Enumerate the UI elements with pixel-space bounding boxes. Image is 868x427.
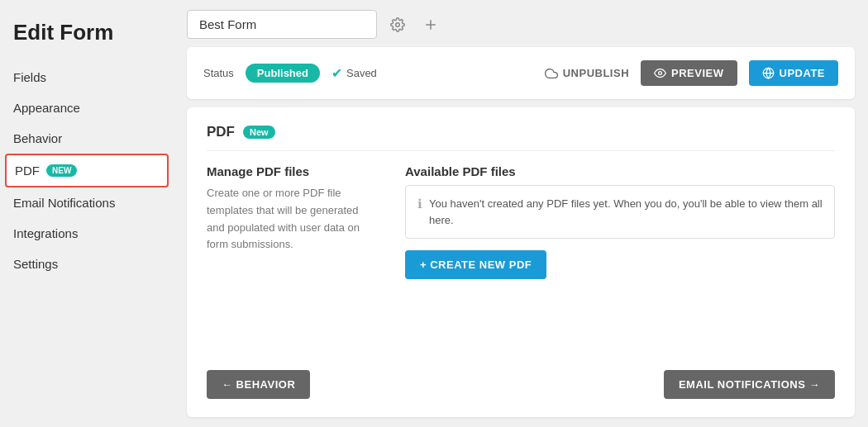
- sidebar-item-fields[interactable]: Fields: [0, 62, 174, 93]
- sidebar-item-appearance[interactable]: Appearance: [0, 93, 174, 123]
- preview-label: PREVIEW: [671, 67, 723, 79]
- sidebar-item-pdf[interactable]: PDF New: [5, 154, 169, 187]
- sidebar-item-label: Fields: [13, 70, 46, 84]
- plus-icon: [423, 17, 438, 32]
- unpublish-label: UNPUBLISH: [563, 67, 629, 79]
- page-title: Edit Form: [0, 13, 174, 62]
- sidebar-item-label: Behavior: [13, 131, 62, 145]
- top-bar: [187, 10, 855, 39]
- saved-indicator: ✔ Saved: [331, 65, 377, 81]
- sidebar-item-label: Appearance: [13, 101, 80, 115]
- status-label: Status: [203, 67, 234, 79]
- pdf-body: Manage PDF files Create one or more PDF …: [207, 164, 835, 352]
- form-name-input[interactable]: [187, 10, 377, 39]
- pdf-section-card: PDF New Manage PDF files Create one or m…: [187, 107, 855, 417]
- globe-icon: [762, 67, 775, 79]
- new-badge: New: [46, 164, 77, 177]
- svg-point-3: [659, 72, 662, 75]
- main-content: Status Published ✔ Saved UNPUBLISH PREVI…: [174, 0, 868, 427]
- sidebar-item-email-notifications[interactable]: Email Notifications: [0, 187, 174, 218]
- footer-nav: ← BEHAVIOR EMAIL NOTIFICATIONS →: [207, 365, 835, 401]
- gear-icon: [390, 17, 405, 32]
- sidebar-item-integrations[interactable]: Integrations: [0, 218, 174, 249]
- svg-point-0: [396, 22, 400, 26]
- preview-button[interactable]: PREVIEW: [641, 60, 737, 86]
- no-pdf-info-text: You haven't created any PDF files yet. W…: [429, 196, 823, 228]
- available-pdf-section: Available PDF files ℹ You haven't create…: [405, 164, 835, 352]
- update-label: UPDATE: [780, 67, 825, 79]
- manage-pdf-section: Manage PDF files Create one or more PDF …: [207, 164, 372, 352]
- status-bar-card: Status Published ✔ Saved UNPUBLISH PREVI…: [187, 47, 855, 99]
- status-bar: Status Published ✔ Saved UNPUBLISH PREVI…: [203, 60, 838, 86]
- add-tab-btn[interactable]: [418, 14, 443, 36]
- cloud-icon: [545, 67, 558, 80]
- pdf-title: PDF: [207, 124, 235, 140]
- manage-pdf-title: Manage PDF files: [207, 164, 372, 178]
- unpublish-button[interactable]: UNPUBLISH: [545, 67, 629, 80]
- sidebar: Edit Form Fields Appearance Behavior PDF…: [0, 0, 174, 427]
- eye-icon: [654, 67, 666, 79]
- pdf-header: PDF New: [207, 124, 835, 151]
- back-behavior-button[interactable]: ← BEHAVIOR: [207, 370, 310, 399]
- check-icon: ✔: [331, 65, 342, 81]
- info-icon: ℹ: [417, 197, 422, 211]
- update-button[interactable]: UPDATE: [749, 60, 838, 86]
- manage-pdf-description: Create one or more PDF file templates th…: [207, 185, 372, 254]
- published-badge: Published: [246, 64, 320, 83]
- sidebar-item-settings[interactable]: Settings: [0, 249, 174, 279]
- sidebar-item-label: PDF: [15, 164, 40, 178]
- sidebar-item-behavior[interactable]: Behavior: [0, 123, 174, 154]
- no-pdf-info-box: ℹ You haven't created any PDF files yet.…: [405, 185, 835, 239]
- pdf-new-badge: New: [243, 126, 275, 139]
- sidebar-item-label: Integrations: [13, 226, 78, 240]
- create-new-pdf-button[interactable]: + CREATE NEW PDF: [405, 250, 546, 279]
- saved-text: Saved: [346, 67, 377, 79]
- next-email-notifications-button[interactable]: EMAIL NOTIFICATIONS →: [664, 370, 835, 399]
- available-pdf-title: Available PDF files: [405, 164, 835, 178]
- sidebar-item-label: Settings: [13, 257, 58, 271]
- sidebar-item-label: Email Notifications: [13, 196, 115, 210]
- settings-icon-btn[interactable]: [385, 14, 410, 36]
